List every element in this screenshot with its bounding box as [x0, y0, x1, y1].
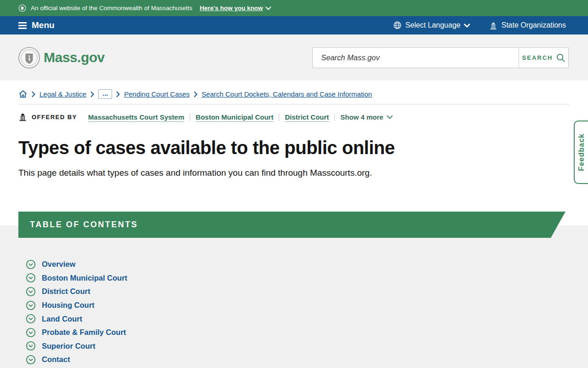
breadcrumb: Legal & Justice ... Pending Court Cases …: [18, 80, 570, 99]
massgov-logo[interactable]: Mass.gov: [18, 47, 105, 69]
chevron-circle-icon: [26, 328, 36, 338]
site-header: Mass.gov SEARCH: [0, 34, 588, 80]
toc-item-land-court[interactable]: Land Court: [26, 312, 588, 326]
home-icon[interactable]: [18, 90, 28, 98]
chevron-circle-icon: [26, 355, 36, 365]
site-name: Mass.gov: [44, 50, 105, 65]
toc-item-boston-municipal-court[interactable]: Boston Municipal Court: [26, 271, 588, 285]
show-more-button[interactable]: Show 4 more: [340, 113, 393, 121]
divider: [334, 113, 335, 121]
toc-item-district-court[interactable]: District Court: [26, 285, 588, 299]
offered-by-label: OFFERED BY: [18, 113, 77, 121]
breadcrumb-link-legal-justice[interactable]: Legal & Justice: [40, 90, 86, 98]
official-banner-text: An official website of the Commonwealth …: [31, 5, 192, 12]
chevron-right-icon: [194, 92, 198, 97]
official-banner: An official website of the Commonwealth …: [0, 0, 588, 16]
state-seal-icon: [18, 4, 26, 12]
offered-link-boston-municipal-court[interactable]: Boston Municipal Court: [196, 113, 273, 121]
state-organizations-link[interactable]: State Organizations: [489, 21, 566, 29]
page-description: This page details what types of cases an…: [18, 166, 372, 180]
breadcrumb-collapsed-button[interactable]: ...: [98, 89, 113, 99]
chevron-circle-icon: [26, 259, 36, 270]
chevron-down-icon: [387, 115, 393, 119]
capitol-icon: [489, 22, 498, 29]
chevron-circle-icon: [26, 341, 36, 351]
chevron-circle-icon: [26, 300, 36, 310]
nav-utilities: Select Language State Organizations: [393, 21, 566, 29]
search-icon: [556, 53, 565, 62]
breadcrumb-link-pending-court-cases[interactable]: Pending Court Cases: [124, 90, 190, 98]
site-search: SEARCH: [312, 47, 569, 68]
offered-link-district-court[interactable]: District Court: [285, 113, 329, 121]
search-input[interactable]: [313, 48, 519, 68]
chevron-circle-icon: [26, 287, 36, 297]
feedback-label: Feedback: [577, 133, 586, 171]
offered-by-row: OFFERED BY Massachusetts Court System Bo…: [18, 113, 570, 121]
toc-item-overview[interactable]: Overview: [26, 258, 588, 271]
heres-how-you-know-toggle[interactable]: Here's how you know: [200, 5, 271, 12]
toc-heading: TABLE OF CONTENTS: [30, 220, 138, 230]
globe-icon: [393, 21, 401, 29]
feedback-button[interactable]: Feedback: [574, 121, 588, 184]
menu-label: Menu: [32, 20, 55, 30]
select-language-button[interactable]: Select Language: [393, 21, 470, 29]
page: An official website of the Commonwealth …: [0, 0, 588, 368]
content-main: Legal & Justice ... Pending Court Cases …: [0, 80, 588, 225]
toc-section: Overview Boston Municipal Court District…: [0, 225, 588, 368]
toc-item-housing-court[interactable]: Housing Court: [26, 299, 588, 312]
main-nav: Menu Select Language: [0, 16, 588, 34]
chevron-right-icon: [32, 92, 35, 97]
offered-by-links: Massachusetts Court System Boston Munici…: [83, 113, 393, 121]
capitol-icon: [18, 113, 27, 121]
chevron-right-icon: [90, 92, 94, 97]
toc-list: Overview Boston Municipal Court District…: [26, 258, 588, 367]
table-of-contents-banner: TABLE OF CONTENTS: [18, 212, 565, 238]
toc-item-contact[interactable]: Contact: [26, 353, 588, 367]
chevron-right-icon: [116, 92, 120, 97]
chevron-circle-icon: [26, 273, 36, 283]
toc-item-probate-family-court[interactable]: Probate & Family Court: [26, 326, 588, 339]
divider: [190, 113, 190, 121]
divider: [279, 113, 279, 121]
state-seal-logo-icon: [18, 47, 40, 69]
menu-button[interactable]: Menu: [18, 20, 55, 30]
chevron-circle-icon: [26, 314, 36, 324]
breadcrumb-link-search-court-dockets[interactable]: Search Court Dockets, Calendars and Case…: [202, 90, 372, 98]
toc-item-superior-court[interactable]: Superior Court: [26, 339, 588, 353]
breadcrumb-divider: [18, 104, 570, 104]
chevron-down-icon: [266, 6, 271, 10]
chevron-down-icon: [464, 23, 470, 28]
page-title: Types of cases available to the public o…: [18, 138, 570, 158]
hamburger-icon: [18, 22, 27, 29]
search-button[interactable]: SEARCH: [519, 48, 568, 68]
offered-link-ma-court-system[interactable]: Massachusetts Court System: [88, 113, 184, 121]
